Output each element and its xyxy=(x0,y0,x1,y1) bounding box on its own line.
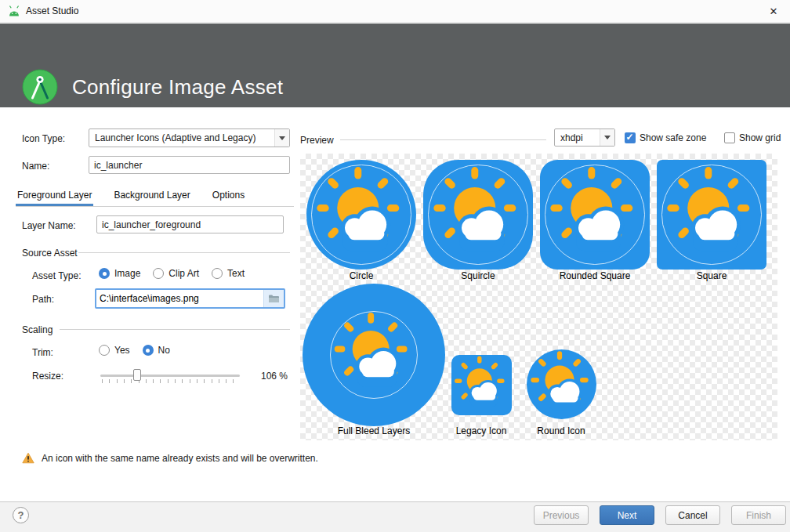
app-icon xyxy=(8,5,20,17)
name-label: Name: xyxy=(22,161,49,172)
preview-canvas: Circle Squircle Rounded Square Square Fu… xyxy=(300,154,777,440)
tile-label: Round Icon xyxy=(522,425,600,436)
trim-radio-group: Yes No xyxy=(99,345,170,356)
show-grid-checkbox[interactable]: Show grid xyxy=(724,132,781,143)
preview-tile-circle xyxy=(306,160,416,270)
preview-tile-full-bleed xyxy=(303,284,445,426)
radio-trim-yes-label: Yes xyxy=(114,345,130,356)
asset-type-radio-group: Image Clip Art Text xyxy=(99,268,245,279)
show-safe-zone-checkbox[interactable]: Show safe zone xyxy=(625,132,706,143)
source-asset-section-label: Source Asset xyxy=(22,248,78,259)
resize-label: Resize: xyxy=(32,371,63,382)
radio-text-label: Text xyxy=(227,268,245,279)
preview-section-label: Preview xyxy=(300,135,334,146)
tile-label: Square xyxy=(657,270,766,281)
preview-tile-round xyxy=(527,349,596,419)
radio-text[interactable]: Text xyxy=(212,268,245,279)
radio-clip-art-label: Clip Art xyxy=(169,268,199,279)
layer-name-input[interactable] xyxy=(96,215,284,233)
resize-slider-track[interactable] xyxy=(100,375,240,377)
page-title: Configure Image Asset xyxy=(72,75,283,100)
show-safe-zone-label: Show safe zone xyxy=(640,132,706,143)
tile-label: Squircle xyxy=(423,270,533,281)
chevron-down-icon xyxy=(274,129,289,147)
scaling-divider xyxy=(60,329,290,330)
density-value: xhdpi xyxy=(560,132,600,143)
window-title: Asset Studio xyxy=(26,5,78,16)
preview-tile-squircle xyxy=(423,160,533,270)
tile-label: Rounded Square xyxy=(540,270,650,281)
radio-trim-no[interactable]: No xyxy=(143,345,170,356)
warning-icon xyxy=(22,452,34,464)
icon-type-select[interactable]: Launcher Icons (Adaptive and Legacy) xyxy=(89,128,290,147)
path-input[interactable] xyxy=(96,290,263,307)
trim-label: Trim: xyxy=(32,347,53,358)
show-safe-zone-control[interactable] xyxy=(625,132,636,143)
layer-tabs: Foreground Layer Background Layer Option… xyxy=(16,186,246,206)
icon-type-label: Icon Type: xyxy=(22,133,65,144)
path-field[interactable] xyxy=(95,288,285,309)
resize-slider-thumb[interactable] xyxy=(133,369,141,381)
density-select[interactable]: xhdpi xyxy=(554,128,615,147)
tab-options[interactable]: Options xyxy=(211,186,246,206)
close-icon[interactable]: ✕ xyxy=(757,0,790,23)
source-asset-divider xyxy=(78,252,290,253)
asset-type-label: Asset Type: xyxy=(32,270,81,281)
radio-trim-no-label: No xyxy=(158,345,170,356)
radio-clip-art[interactable]: Clip Art xyxy=(153,268,199,279)
resize-slider[interactable] xyxy=(100,367,240,385)
radio-text-control[interactable] xyxy=(212,268,223,279)
radio-clip-art-control[interactable] xyxy=(153,268,164,279)
finish-button[interactable]: Finish xyxy=(731,505,786,525)
warning-row: An icon with the same name already exist… xyxy=(22,452,318,464)
preview-tile-legacy xyxy=(451,355,512,415)
radio-trim-yes-control[interactable] xyxy=(99,345,110,356)
radio-image[interactable]: Image xyxy=(99,268,140,279)
show-grid-label: Show grid xyxy=(739,132,781,143)
title-bar[interactable]: Asset Studio xyxy=(0,0,790,23)
tabs-divider xyxy=(16,206,294,207)
preview-tile-rounded-square xyxy=(540,160,650,270)
warning-text: An icon with the same name already exist… xyxy=(42,453,318,464)
radio-trim-yes[interactable]: Yes xyxy=(99,345,130,356)
asset-studio-window: Asset Studio ✕ Configure Image Asset Ico… xyxy=(0,0,790,532)
tile-label: Circle xyxy=(306,270,416,281)
resize-slider-ticks xyxy=(102,379,240,383)
radio-image-control[interactable] xyxy=(99,268,110,279)
next-button[interactable]: Next xyxy=(600,505,654,525)
scaling-section-label: Scaling xyxy=(22,324,53,335)
radio-trim-no-control[interactable] xyxy=(143,345,154,356)
name-input[interactable] xyxy=(89,156,290,174)
chevron-down-icon xyxy=(600,129,614,146)
path-label: Path: xyxy=(32,294,54,305)
android-studio-logo-icon xyxy=(22,69,58,105)
tile-label: Legacy Icon xyxy=(434,425,528,436)
resize-value: 106 % xyxy=(261,371,288,382)
tab-foreground-layer[interactable]: Foreground Layer xyxy=(16,186,93,206)
tile-label: Full Bleed Layers xyxy=(303,425,445,436)
tab-background-layer[interactable]: Background Layer xyxy=(112,186,191,206)
show-grid-control[interactable] xyxy=(724,132,735,143)
radio-image-label: Image xyxy=(114,268,140,279)
cancel-button[interactable]: Cancel xyxy=(665,505,720,525)
wizard-header: Configure Image Asset xyxy=(0,24,790,107)
browse-folder-icon[interactable] xyxy=(263,290,284,307)
preview-tile-square xyxy=(657,160,766,270)
layer-name-label: Layer Name: xyxy=(22,220,76,231)
preview-divider xyxy=(340,139,546,140)
icon-type-value: Launcher Icons (Adaptive and Legacy) xyxy=(95,132,274,143)
help-button[interactable]: ? xyxy=(13,507,29,523)
previous-button[interactable]: Previous xyxy=(534,505,589,525)
